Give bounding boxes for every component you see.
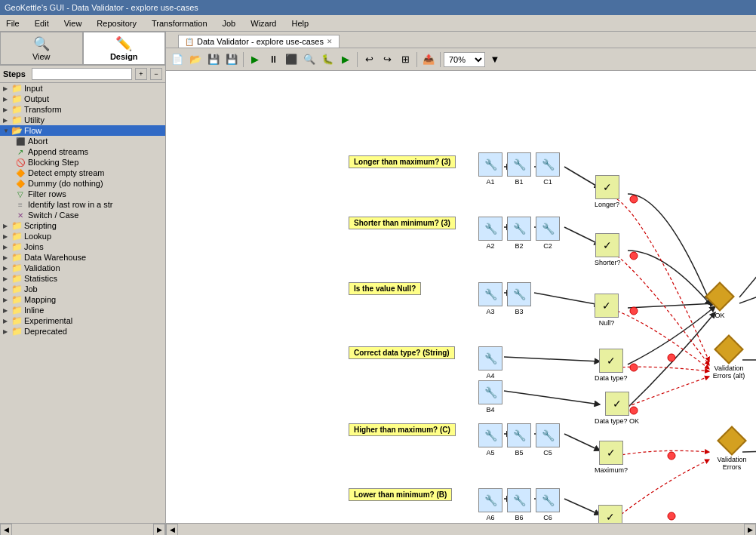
step-maximum-q[interactable]: ✓ Maximum? (595, 441, 628, 474)
step-null-q[interactable]: ✓ Null? (595, 294, 619, 327)
hscroll-left-btn[interactable]: ◀ (166, 524, 178, 536)
step-c6[interactable]: 🔧 C6 (536, 488, 560, 521)
step-c1[interactable]: 🔧 C1 (536, 152, 560, 186)
step-val-errors-alt[interactable]: Validation Errors (alt) (706, 339, 751, 380)
canvas[interactable]: Longer than maximum? (3) Shorter than mi… (166, 71, 756, 523)
menu-wizard[interactable]: Wizard (247, 18, 279, 29)
step-icon-a5: 🔧 (478, 423, 502, 447)
step-b2[interactable]: 🔧 B2 (507, 217, 531, 250)
steps-search-input[interactable] (32, 68, 132, 80)
open-btn[interactable]: 📂 (187, 51, 204, 68)
pause-btn[interactable]: ⏸ (265, 51, 281, 68)
save-as-btn[interactable]: 💾 (223, 51, 240, 68)
label-longer[interactable]: Longer than maximum? (3) (349, 155, 456, 168)
tree-item-utility[interactable]: ▶ 📁 Utility (0, 115, 165, 125)
menu-repository[interactable]: Repository (94, 18, 140, 29)
svg-line-19 (628, 303, 715, 308)
run-btn[interactable]: ▶ (247, 51, 263, 68)
step-a4[interactable]: 🔧 A4 (478, 346, 502, 380)
tree-item-datawarehouse[interactable]: ▶ 📁 Data Warehouse (0, 252, 165, 263)
step-val-errors[interactable]: Validation Errors (709, 430, 754, 471)
step-a1[interactable]: 🔧 A1 (478, 152, 502, 186)
tree-item-detect[interactable]: 🔶 Detect empty stream (0, 168, 165, 178)
tree-item-mapping[interactable]: ▶ 📁 Mapping (0, 294, 165, 305)
step-b3[interactable]: 🔧 B3 (507, 282, 531, 315)
step-a3[interactable]: 🔧 A3 (478, 282, 502, 315)
step-a2[interactable]: 🔧 A2 (478, 217, 502, 250)
tree-item-blocking[interactable]: 🚫 Blocking Step (0, 157, 165, 168)
tree-item-joins[interactable]: ▶ 📁 Joins (0, 241, 165, 252)
tree-item-abort[interactable]: ⬛ Abort (0, 136, 165, 146)
label-datatype[interactable]: Correct data type? (String) (349, 346, 455, 359)
step-label-a3: A3 (486, 308, 494, 315)
tree-item-scripting[interactable]: ▶ 📁 Scripting (0, 220, 165, 231)
tree-item-identify[interactable]: ≡ Identify last row in a str (0, 199, 165, 210)
tree-item-switchcase[interactable]: ✕ Switch / Case (0, 210, 165, 220)
tree-item-transform[interactable]: ▶ 📁 Transform (0, 104, 165, 115)
label-lower[interactable]: Lower than minimum? (B) (349, 488, 452, 501)
step-longer-q[interactable]: ✓ Longer? (595, 175, 619, 208)
tree-item-deprecated[interactable]: ▶ 📁 Deprecated (0, 326, 165, 337)
steps-collapse-btn[interactable]: − (150, 68, 162, 80)
scroll-right-btn[interactable]: ▶ (153, 524, 165, 535)
debug-btn[interactable]: 🐛 (319, 51, 336, 68)
menu-view[interactable]: View (61, 18, 85, 29)
main-container: 🔍 View ✏️ Design Steps + − (0, 32, 756, 535)
align-btn[interactable]: ⊞ (397, 51, 413, 68)
step-b1[interactable]: 🔧 B1 (507, 152, 531, 186)
save-btn[interactable]: 💾 (205, 51, 222, 68)
step-c2[interactable]: 🔧 C2 (536, 217, 560, 250)
tree-item-job[interactable]: ▶ 📁 Job (0, 284, 165, 294)
tree-item-input[interactable]: ▶ 📁 Input (0, 83, 165, 94)
zoom-dropdown-btn[interactable]: ▼ (487, 51, 503, 68)
label-shorter[interactable]: Shorter than minimum? (3) (349, 217, 456, 229)
left-panel-scrollbar[interactable]: ◀ ▶ (0, 523, 165, 535)
step-datatype-q[interactable]: ✓ Data type? (595, 349, 628, 382)
design-button[interactable]: ✏️ Design (83, 32, 166, 65)
menu-help[interactable]: Help (288, 18, 312, 29)
step-b5[interactable]: 🔧 B5 (507, 423, 531, 457)
hscroll-right-btn[interactable]: ▶ (744, 524, 756, 536)
menu-file[interactable]: File (3, 18, 23, 29)
tree-item-output[interactable]: ▶ 📁 Output (0, 94, 165, 104)
scroll-left-btn[interactable]: ◀ (0, 524, 12, 535)
tree-item-append[interactable]: ↗ Append streams (0, 146, 165, 157)
menu-bar: File Edit View Repository Transformation… (0, 15, 756, 32)
h-scrollbar[interactable]: ◀ ▶ (166, 523, 756, 535)
step-b4[interactable]: 🔧 B4 (478, 380, 502, 414)
tab-close-btn[interactable]: ✕ (327, 38, 333, 45)
tree-item-statistics[interactable]: ▶ 📁 Statistics (0, 273, 165, 284)
tree-item-inline[interactable]: ▶ 📁 Inline (0, 305, 165, 315)
export-btn[interactable]: 📤 (420, 51, 437, 68)
tab-data-validator[interactable]: 📋 Data Validator - explore use-cases ✕ (178, 35, 340, 48)
tree-item-lookup[interactable]: ▶ 📁 Lookup (0, 231, 165, 241)
undo-btn[interactable]: ↩ (361, 51, 377, 68)
step-minimum-q[interactable]: ✓ Minimum? (595, 505, 626, 523)
label-null[interactable]: Is the value Null? (349, 282, 421, 295)
new-btn[interactable]: 📄 (169, 51, 186, 68)
step-a6[interactable]: 🔧 A6 (478, 488, 502, 521)
view-button[interactable]: 🔍 View (0, 32, 83, 65)
step-b6[interactable]: 🔧 B6 (507, 488, 531, 521)
label-higher[interactable]: Higher than maximum? (C) (349, 423, 456, 436)
run-options-btn[interactable]: ▶ (337, 51, 354, 68)
menu-transformation[interactable]: Transformation (149, 18, 211, 29)
step-icon-a3: 🔧 (478, 282, 502, 306)
preview-btn[interactable]: 🔍 (301, 51, 318, 68)
tree-item-experimental[interactable]: ▶ 📁 Experimental (0, 315, 165, 326)
step-c5[interactable]: 🔧 C5 (536, 423, 560, 457)
steps-expand-btn[interactable]: + (135, 68, 147, 80)
tree-item-validation[interactable]: ▶ 📁 Validation (0, 263, 165, 273)
step-ok[interactable]: OK (709, 286, 730, 319)
menu-job[interactable]: Job (220, 18, 239, 29)
step-datatype-ok[interactable]: ✓ Data type? OK (595, 392, 639, 425)
step-a5[interactable]: 🔧 A5 (478, 423, 502, 457)
step-shorter-q[interactable]: ✓ Shorter? (595, 233, 621, 266)
tree-item-dummy[interactable]: 🔶 Dummy (do nothing) (0, 178, 165, 189)
stop-btn[interactable]: ⬛ (283, 51, 300, 68)
redo-btn[interactable]: ↪ (379, 51, 395, 68)
tree-item-filter[interactable]: ▽ Filter rows (0, 189, 165, 199)
zoom-select[interactable]: 70% 25% 50% 100% 150% (444, 52, 485, 67)
menu-edit[interactable]: Edit (32, 18, 52, 29)
tree-item-flow[interactable]: ▼ 📂 Flow (0, 125, 165, 136)
